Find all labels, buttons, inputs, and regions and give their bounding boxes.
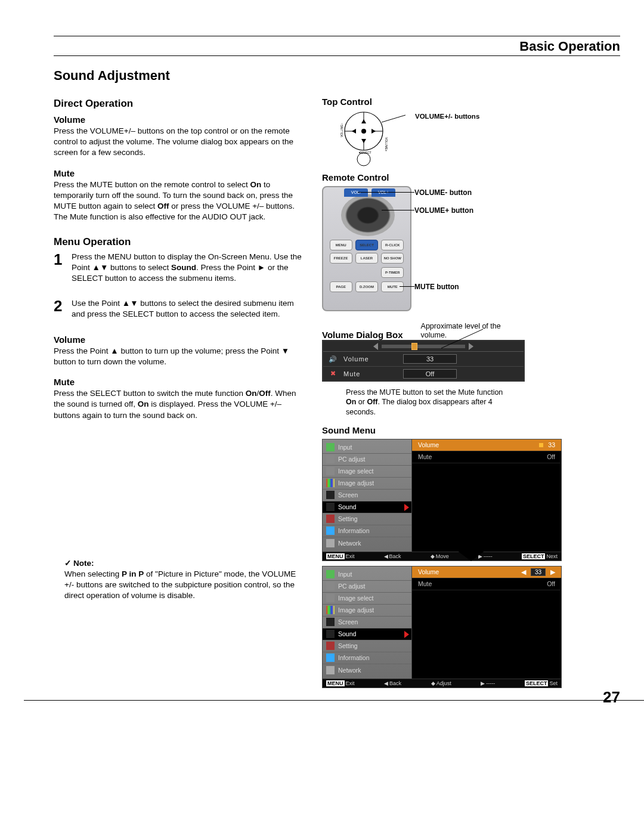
menu-mute-text: Press the SELECT button to switch the mu…	[54, 388, 304, 421]
mute-label: Mute	[54, 168, 304, 178]
menu-operation-heading: Menu Operation	[54, 236, 304, 248]
note-text: When selecting P in P of "Picture in Pic…	[64, 569, 304, 602]
direct-operation-heading: Direct Operation	[54, 98, 304, 110]
svg-line-15	[382, 115, 405, 122]
remote-control-caption: Remote Control	[322, 172, 620, 182]
mute-text: Press the MUTE button on the remote cont…	[54, 179, 304, 223]
dialog-note: Press the MUTE button to set the Mute fu…	[346, 388, 513, 417]
step-body: Press the MENU button to display the On-…	[72, 252, 304, 284]
sound-menu-caption: Sound Menu	[322, 425, 620, 435]
mute-button-label: MUTE button	[414, 283, 459, 291]
volume-dialog-caption: Volume Dialog Box	[322, 330, 403, 340]
sound-menu-osd-1: InputPC adjustImage selectImage adjustSc…	[322, 439, 562, 561]
menu-mute-label: Mute	[54, 377, 304, 387]
svg-text:VOLUME−: VOLUME−	[340, 123, 343, 137]
menu-volume-label: Volume	[54, 335, 304, 345]
svg-point-14	[359, 152, 360, 153]
svg-line-16	[441, 329, 483, 348]
page-number: 27	[603, 688, 620, 707]
svg-marker-9	[371, 129, 376, 134]
vol-plus-button-label: VOLUME+ button	[414, 206, 473, 215]
volume-text: Press the VOLUME+/– buttons on the top c…	[54, 126, 304, 159]
sound-menu-osd-2: InputPC adjustImage selectImage adjustSc…	[322, 566, 562, 688]
step-body: Use the Point ▲▼ buttons to select the d…	[72, 298, 304, 320]
step-number: 1	[54, 252, 67, 284]
vol-minus-button-label: VOLUME- button	[414, 188, 472, 197]
step-number: 2	[54, 298, 67, 320]
svg-text:VOLUME+: VOLUME+	[385, 137, 388, 151]
page-header: Basic Operation	[54, 39, 620, 54]
note-label: Note:	[64, 558, 304, 569]
svg-point-1	[361, 129, 366, 134]
svg-marker-7	[361, 139, 366, 143]
svg-point-12	[357, 153, 370, 166]
volume-label: Volume	[54, 114, 304, 125]
svg-marker-8	[352, 129, 356, 134]
top-control-caption: Top Control	[322, 97, 620, 107]
svg-text:SELECT: SELECT	[360, 151, 371, 154]
volume-buttons-label: VOLUME+/- buttons	[415, 113, 479, 121]
remote-control-figure: VOL- VOL+ MENU SELECT R-CLICK FREEZE LAS…	[322, 186, 620, 311]
arrow-down-icon	[447, 543, 495, 561]
section-title: Sound Adjustment	[54, 68, 620, 83]
menu-volume-text: Press the Point ▲ button to turn up the …	[54, 346, 304, 367]
top-control-figure: VOLUME− VOLUME+ SELECT VOLUME+/- buttons	[322, 110, 620, 170]
svg-marker-6	[361, 119, 366, 123]
